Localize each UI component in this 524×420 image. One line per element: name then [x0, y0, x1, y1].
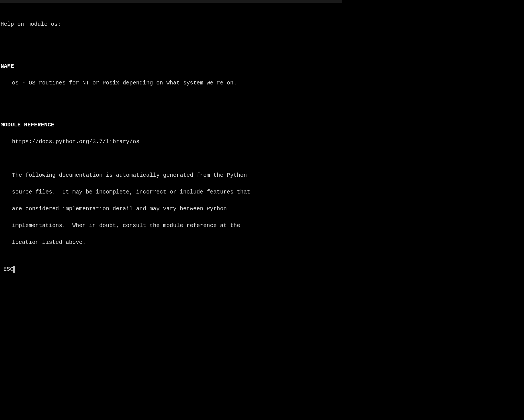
module-reference-paragraph-line: implementations. When in doubt, consult …	[1, 221, 341, 230]
module-reference-paragraph-line: The following documentation is automatic…	[1, 171, 341, 180]
window-titlebar	[0, 0, 342, 3]
terminal-cursor	[13, 266, 15, 273]
module-reference-url: https://docs.python.org/3.7/library/os	[1, 138, 341, 146]
section-heading-name: NAME	[1, 62, 341, 70]
terminal-viewport[interactable]: Help on module os: NAME os - OS routines…	[0, 3, 342, 274]
section-heading-module-reference: MODULE REFERENCE	[1, 121, 341, 129]
help-header: Help on module os:	[1, 20, 341, 29]
blank-line	[1, 96, 341, 104]
name-content: os - OS routines for NT or Posix dependi…	[1, 79, 341, 87]
blank-line	[1, 255, 341, 263]
module-reference-paragraph-line: source files. It may be incomplete, inco…	[1, 188, 341, 196]
module-reference-paragraph-line: location listed above.	[1, 238, 341, 247]
blank-line	[1, 154, 341, 163]
blank-line	[1, 37, 341, 45]
module-reference-paragraph-line: are considered implementation detail and…	[1, 205, 341, 213]
pager-status-line[interactable]: ESC	[3, 265, 15, 273]
pager-status-text: ESC	[3, 265, 13, 273]
